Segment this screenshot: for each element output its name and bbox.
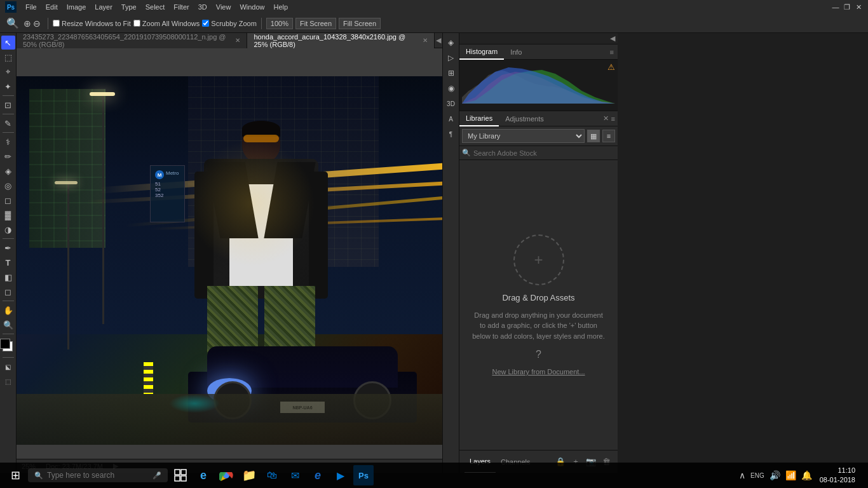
- photo-scene: M Metro 5152352: [17, 76, 442, 445]
- ie-icon-button[interactable]: e: [308, 465, 328, 485]
- clock-date: 08-01-2018: [820, 475, 855, 485]
- taskbar-search-box[interactable]: 🔍 🎤: [28, 468, 168, 482]
- library-select[interactable]: My Library: [462, 129, 585, 143]
- rstrip-artboard[interactable]: ◈: [444, 36, 458, 50]
- crop-tool-button[interactable]: ⊡: [1, 98, 15, 112]
- fit-screen-button[interactable]: Fit Screen: [295, 18, 336, 29]
- menu-window[interactable]: Window: [236, 2, 268, 12]
- zoom-tool-button[interactable]: 🔍: [1, 318, 15, 332]
- histogram-tabs: Histogram Info ≡: [459, 44, 618, 60]
- canvas-collapse-button[interactable]: ◀: [435, 33, 442, 48]
- foreground-color-box[interactable]: [0, 339, 10, 349]
- fill-screen-button[interactable]: Fill Screen: [339, 18, 381, 29]
- hand-tool-button[interactable]: ✋: [1, 303, 15, 317]
- tab-2-close[interactable]: ✕: [423, 37, 428, 44]
- lib-toolbar: My Library ▦ ≡: [459, 126, 618, 146]
- list-view-button[interactable]: ≡: [602, 130, 615, 142]
- network-icon[interactable]: 📶: [785, 470, 796, 480]
- history-brush-button[interactable]: ◎: [1, 179, 15, 193]
- panel-section: ◈ ▷ ⊞ ◉ 3D A ¶ ◀ Histogram Info ≡ ⚠: [442, 33, 868, 473]
- histogram-panel: Histogram Info ≡ ⚠: [459, 44, 618, 111]
- brush-button[interactable]: ✏: [1, 149, 15, 163]
- lasso-tool-button[interactable]: ⌖: [1, 65, 15, 79]
- gradient-button[interactable]: ▓: [1, 208, 15, 222]
- rstrip-grid[interactable]: ⊞: [444, 66, 458, 80]
- clone-button[interactable]: ◈: [1, 164, 15, 178]
- menu-layer[interactable]: Layer: [91, 2, 116, 12]
- rstrip-play[interactable]: ▷: [444, 51, 458, 65]
- color-boxes[interactable]: [0, 339, 17, 355]
- resize-windows-checkbox[interactable]: [53, 20, 60, 27]
- streetlight-head-2: [55, 181, 78, 184]
- lib-panel-close[interactable]: ✕: [603, 114, 609, 123]
- close-button[interactable]: ✕: [854, 3, 863, 11]
- menu-view[interactable]: View: [212, 2, 235, 12]
- menu-type[interactable]: Type: [118, 2, 140, 12]
- zoom-mode-icon[interactable]: 🔍: [6, 17, 19, 29]
- grid-view-button[interactable]: ▦: [587, 130, 600, 142]
- eyedropper-button[interactable]: ✎: [1, 116, 15, 130]
- tray-arrow[interactable]: ∧: [739, 470, 745, 480]
- search-input[interactable]: [473, 149, 615, 157]
- lib-panel-menu[interactable]: ≡: [611, 115, 615, 123]
- chrome-icon-button[interactable]: [216, 465, 236, 485]
- menu-3d[interactable]: 3D: [194, 2, 211, 12]
- magic-wand-button[interactable]: ✦: [1, 79, 15, 93]
- volume-icon[interactable]: 🔊: [770, 470, 780, 480]
- rstrip-layer-comps[interactable]: ◉: [444, 81, 458, 95]
- menu-help[interactable]: Help: [270, 2, 292, 12]
- explorer-icon-button[interactable]: 📁: [239, 465, 259, 485]
- rstrip-font-style[interactable]: ¶: [444, 127, 458, 141]
- minimize-button[interactable]: —: [831, 3, 840, 11]
- menu-edit[interactable]: Edit: [42, 2, 62, 12]
- path-selection-button[interactable]: ◧: [1, 270, 15, 284]
- app-logo: Ps: [5, 1, 17, 13]
- screen-mode-button[interactable]: ⬚: [1, 374, 15, 388]
- ps-taskbar-button[interactable]: Ps: [353, 465, 374, 485]
- tab-1[interactable]: 23435273_2234876563405654_22019107395080…: [17, 33, 247, 48]
- histogram-menu-icon[interactable]: ≡: [610, 48, 618, 56]
- new-library-link[interactable]: New Library from Document...: [492, 368, 585, 376]
- menu-image[interactable]: Image: [63, 2, 90, 12]
- notification-icon[interactable]: 🔔: [801, 470, 812, 480]
- adjustments-tab[interactable]: Adjustments: [499, 111, 550, 126]
- zoom-in-icon[interactable]: ⊕: [24, 18, 31, 29]
- text-tool-button[interactable]: T: [1, 255, 15, 269]
- move-tool-button[interactable]: ↖: [1, 36, 15, 50]
- rstrip-char[interactable]: A: [444, 112, 458, 126]
- marquee-tool-button[interactable]: ⬚: [1, 50, 15, 64]
- start-button[interactable]: ⊞: [5, 465, 25, 485]
- quick-mask-button[interactable]: ⬕: [1, 360, 15, 374]
- panel-toggle-icon[interactable]: ◀: [610, 34, 615, 43]
- mail-icon-button[interactable]: ✉: [285, 465, 305, 485]
- taskbar-search-input[interactable]: [47, 471, 149, 480]
- info-tab[interactable]: Info: [504, 44, 528, 60]
- edge-icon-button[interactable]: e: [193, 465, 214, 485]
- zoom-out-icon[interactable]: ⊖: [33, 18, 41, 29]
- tray-lang[interactable]: ENG: [750, 472, 764, 479]
- mic-icon[interactable]: 🎤: [153, 471, 161, 480]
- eraser-button[interactable]: ◻: [1, 193, 15, 207]
- menu-filter[interactable]: Filter: [170, 2, 193, 12]
- dodge-button[interactable]: ◑: [1, 222, 15, 236]
- media-icon-button[interactable]: ▶: [330, 465, 351, 485]
- healing-button[interactable]: ⚕: [1, 135, 15, 149]
- histogram-tab[interactable]: Histogram: [459, 44, 504, 60]
- store-icon-button[interactable]: 🛍: [262, 465, 282, 485]
- shape-tool-button[interactable]: ◻: [1, 285, 15, 299]
- pen-tool-button[interactable]: ✒: [1, 241, 15, 255]
- tab-1-close[interactable]: ✕: [235, 37, 240, 44]
- libraries-tab[interactable]: Libraries: [459, 111, 499, 126]
- taskbar-clock[interactable]: 11:10 08-01-2018: [817, 466, 858, 485]
- menu-select[interactable]: Select: [142, 2, 169, 12]
- zoom-all-checkbox[interactable]: [133, 20, 140, 27]
- maximize-button[interactable]: ❐: [843, 3, 851, 11]
- zoom-tool-options: 🔍 ⊕ ⊖: [4, 16, 43, 30]
- help-icon[interactable]: ?: [536, 349, 541, 360]
- task-view-button[interactable]: [170, 465, 191, 485]
- zoom-percent-button[interactable]: 100%: [266, 18, 293, 29]
- scrubby-zoom-checkbox[interactable]: [202, 20, 209, 27]
- menu-file[interactable]: File: [22, 2, 41, 12]
- rstrip-3d[interactable]: 3D: [444, 97, 458, 111]
- tab-2[interactable]: honda_accord_acura_104328_3840x2160.jpg …: [247, 33, 435, 48]
